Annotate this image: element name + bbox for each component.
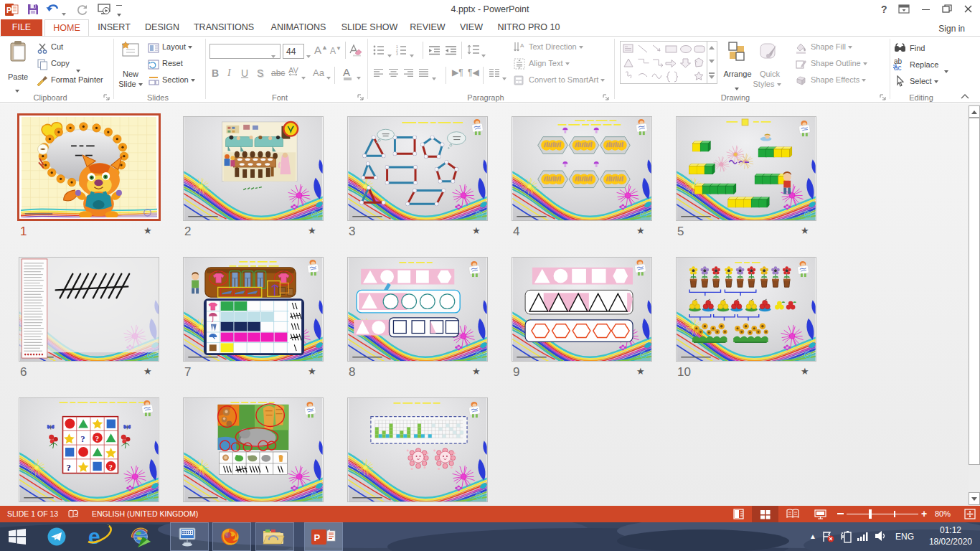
svg-text:?: ? bbox=[109, 463, 113, 471]
svg-text:?: ? bbox=[95, 434, 99, 443]
svg-text:3: 3 bbox=[396, 52, 398, 55]
svg-text:A: A bbox=[520, 42, 524, 49]
svg-text:?: ? bbox=[66, 463, 70, 473]
svg-text:P: P bbox=[6, 6, 11, 14]
svg-text:?: ? bbox=[80, 434, 85, 444]
svg-text:P: P bbox=[314, 532, 321, 543]
